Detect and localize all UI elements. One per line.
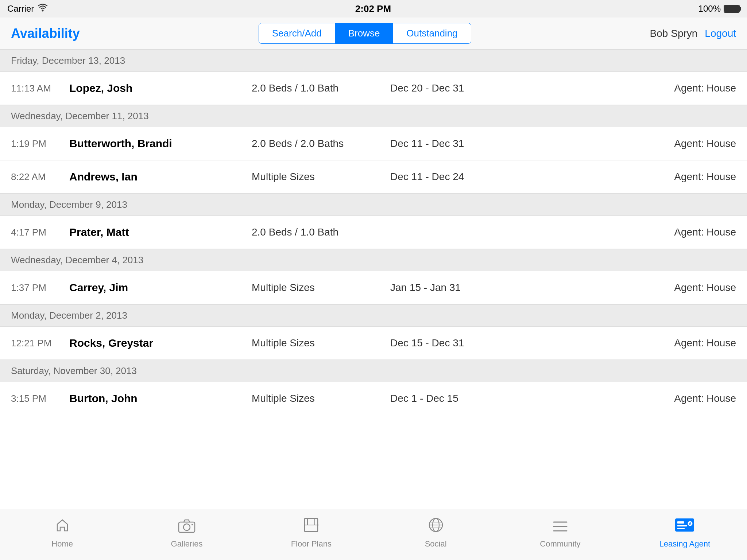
date-header: Saturday, November 30, 2013 — [0, 360, 747, 382]
table-row[interactable]: 1:19 PM Butterworth, Brandi 2.0 Beds / 2… — [0, 127, 747, 160]
battery-percent: 100% — [698, 4, 721, 14]
item-name: Butterworth, Brandi — [69, 137, 252, 150]
segment-control: Search/Add Browse Outstanding — [259, 23, 471, 44]
item-time: 4:17 PM — [11, 227, 69, 238]
camera-icon — [178, 517, 196, 537]
tab-social[interactable]: Social — [374, 517, 498, 549]
table-row[interactable]: 1:37 PM Carrey, Jim Multiple Sizes Jan 1… — [0, 271, 747, 304]
svg-point-0 — [42, 10, 44, 12]
item-name: Prater, Matt — [69, 226, 252, 238]
item-name: Andrews, Ian — [69, 171, 252, 183]
status-time: 2:02 PM — [355, 3, 391, 15]
svg-text:A: A — [689, 522, 692, 526]
item-agent: Agent: House — [514, 82, 736, 94]
item-size: Multiple Sizes — [252, 282, 390, 293]
item-agent: Agent: House — [514, 226, 736, 238]
item-name: Burton, John — [69, 392, 252, 405]
carrier-label: Carrier — [7, 4, 34, 14]
date-header: Wednesday, December 4, 2013 — [0, 249, 747, 271]
tab-leasing-agent-label: Leasing Agent — [659, 539, 710, 549]
table-row[interactable]: 3:15 PM Burton, John Multiple Sizes Dec … — [0, 382, 747, 415]
leasing-agent-icon: A — [674, 517, 695, 537]
nav-right: Bob Spryn Logout — [650, 28, 736, 39]
table-row[interactable]: 4:17 PM Prater, Matt 2.0 Beds / 1.0 Bath… — [0, 216, 747, 249]
item-time: 11:13 AM — [11, 83, 69, 94]
tab-community-label: Community — [540, 539, 580, 549]
home-icon — [54, 517, 70, 537]
item-name: Rocks, Greystar — [69, 337, 252, 349]
tab-home-label: Home — [51, 539, 73, 549]
svg-rect-16 — [677, 521, 684, 524]
item-name: Lopez, Josh — [69, 82, 252, 94]
item-time: 8:22 AM — [11, 171, 69, 183]
item-size: 2.0 Beds / 1.0 Bath — [252, 226, 390, 238]
date-header: Wednesday, December 11, 2013 — [0, 105, 747, 127]
item-time: 1:19 PM — [11, 138, 69, 149]
item-size: 2.0 Beds / 1.0 Bath — [252, 82, 390, 94]
tab-galleries-label: Galleries — [171, 539, 203, 549]
svg-point-2 — [183, 524, 190, 530]
item-dates: Dec 1 - Dec 15 — [390, 393, 514, 404]
date-header: Monday, December 9, 2013 — [0, 194, 747, 216]
tab-home[interactable]: Home — [0, 517, 124, 549]
item-agent: Agent: House — [514, 171, 736, 183]
svg-rect-5 — [307, 518, 315, 525]
item-time: 3:15 PM — [11, 393, 69, 404]
page-title: Availability — [11, 26, 80, 41]
tab-leasing-agent[interactable]: A Leasing Agent — [623, 517, 747, 549]
logout-button[interactable]: Logout — [705, 28, 736, 39]
item-time: 1:37 PM — [11, 282, 69, 293]
content-area: Friday, December 13, 2013 11:13 AM Lopez… — [0, 50, 747, 509]
item-size: Multiple Sizes — [252, 393, 390, 404]
status-right: 100% — [698, 4, 740, 14]
item-size: 2.0 Beds / 2.0 Baths — [252, 138, 390, 149]
svg-rect-17 — [677, 525, 687, 526]
item-agent: Agent: House — [514, 337, 736, 349]
floorplan-icon — [303, 517, 319, 537]
svg-point-3 — [191, 524, 193, 525]
item-agent: Agent: House — [514, 282, 736, 293]
browse-button[interactable]: Browse — [335, 23, 394, 43]
status-bar: Carrier 2:02 PM 100% — [0, 0, 747, 18]
date-header: Friday, December 13, 2013 — [0, 50, 747, 72]
tab-bar: Home Galleries Floor Plans — [0, 509, 747, 560]
date-header: Monday, December 2, 2013 — [0, 304, 747, 327]
user-name: Bob Spryn — [650, 28, 698, 39]
globe-icon — [428, 517, 444, 537]
nav-bar: Availability Search/Add Browse Outstandi… — [0, 18, 747, 50]
tab-community[interactable]: Community — [498, 517, 622, 549]
status-left: Carrier — [7, 4, 48, 14]
wifi-icon — [38, 4, 48, 14]
item-dates: Dec 15 - Dec 31 — [390, 337, 514, 349]
tab-social-label: Social — [425, 539, 447, 549]
item-name: Carrey, Jim — [69, 281, 252, 294]
search-add-button[interactable]: Search/Add — [259, 23, 335, 43]
battery-icon — [724, 5, 740, 13]
item-dates: Jan 15 - Jan 31 — [390, 282, 514, 293]
tab-galleries[interactable]: Galleries — [124, 517, 249, 549]
item-size: Multiple Sizes — [252, 171, 390, 183]
item-dates: Dec 20 - Dec 31 — [390, 82, 514, 94]
item-agent: Agent: House — [514, 138, 736, 149]
menu-icon — [552, 517, 568, 537]
item-time: 12:21 PM — [11, 338, 69, 349]
item-size: Multiple Sizes — [252, 337, 390, 349]
svg-rect-18 — [677, 528, 685, 529]
tab-floor-plans[interactable]: Floor Plans — [249, 517, 374, 549]
item-agent: Agent: House — [514, 393, 736, 404]
table-row[interactable]: 12:21 PM Rocks, Greystar Multiple Sizes … — [0, 327, 747, 360]
item-dates: Dec 11 - Dec 24 — [390, 171, 514, 183]
tab-floor-plans-label: Floor Plans — [291, 539, 332, 549]
table-row[interactable]: 11:13 AM Lopez, Josh 2.0 Beds / 1.0 Bath… — [0, 72, 747, 105]
table-row[interactable]: 8:22 AM Andrews, Ian Multiple Sizes Dec … — [0, 160, 747, 194]
item-dates: Dec 11 - Dec 31 — [390, 138, 514, 149]
outstanding-button[interactable]: Outstanding — [393, 23, 471, 43]
